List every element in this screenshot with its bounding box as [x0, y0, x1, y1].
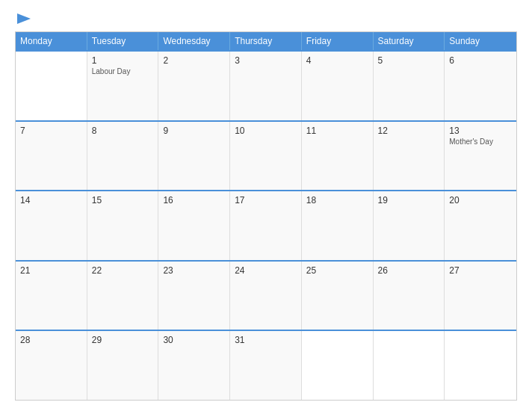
calendar-cell: 1Labour Day [87, 52, 159, 120]
day-number: 29 [92, 335, 154, 345]
day-number: 18 [306, 195, 368, 206]
calendar-cell: 13Mother's Day [445, 122, 516, 191]
day-number: 30 [163, 335, 225, 345]
calendar-week: 21222324252627 [16, 260, 516, 330]
calendar-cell [302, 331, 374, 400]
calendar-cell: 11 [302, 122, 374, 191]
event-label: Mother's Day [449, 137, 512, 146]
calendar-cell [374, 331, 445, 400]
day-number: 26 [378, 265, 440, 276]
calendar-cell: 5 [374, 52, 445, 120]
day-number: 20 [449, 195, 512, 206]
calendar-cell: 19 [374, 191, 445, 260]
calendar-cell: 28 [16, 331, 87, 400]
calendar-cell: 23 [158, 262, 230, 330]
day-number: 22 [92, 265, 154, 276]
calendar-cell: 29 [87, 331, 159, 400]
day-number: 2 [163, 55, 225, 66]
day-number: 7 [20, 126, 82, 136]
calendar-week: 28293031 [16, 330, 516, 400]
day-number: 12 [378, 126, 440, 136]
day-number: 23 [163, 265, 225, 276]
day-number: 6 [449, 55, 512, 66]
calendar-cell: 3 [230, 52, 302, 120]
calendar-cell: 2 [158, 52, 230, 120]
calendar-cell: 9 [158, 122, 230, 191]
calendar-cell: 4 [302, 52, 374, 120]
day-number: 19 [378, 195, 440, 206]
calendar-cell: 20 [445, 191, 516, 260]
logo [15, 13, 31, 24]
calendar-cell: 21 [16, 262, 87, 330]
day-number: 1 [92, 55, 154, 66]
svg-marker-0 [17, 13, 31, 24]
day-number: 17 [235, 195, 297, 206]
calendar-page: MondayTuesdayWednesdayThursdayFridaySatu… [0, 0, 532, 411]
day-number: 3 [235, 55, 297, 66]
calendar-week: 1Labour Day23456 [16, 50, 516, 120]
event-label: Labour Day [92, 67, 154, 75]
calendar-cell: 27 [445, 262, 516, 330]
day-number: 10 [235, 126, 297, 136]
header [15, 13, 517, 24]
day-number: 24 [235, 265, 297, 276]
calendar-cell: 7 [16, 122, 87, 191]
day-number: 13 [449, 126, 512, 136]
calendar-cell: 31 [230, 331, 302, 400]
calendar-week: 78910111213Mother's Day [16, 120, 516, 191]
calendar-header-cell: Sunday [445, 32, 516, 50]
day-number: 15 [92, 195, 154, 206]
calendar-header-cell: Friday [302, 32, 374, 50]
day-number: 16 [163, 195, 225, 206]
calendar-cell: 6 [445, 52, 516, 120]
calendar-cell: 18 [302, 191, 374, 260]
day-number: 14 [20, 195, 82, 206]
calendar-cell: 14 [16, 191, 87, 260]
calendar-cell: 26 [374, 262, 445, 330]
logo-flag-icon [17, 13, 31, 24]
calendar-week: 14151617181920 [16, 190, 516, 260]
day-number: 25 [306, 265, 368, 276]
calendar-header-cell: Saturday [374, 32, 445, 50]
calendar-cell [16, 52, 87, 120]
day-number: 5 [378, 55, 440, 66]
calendar-cell: 30 [158, 331, 230, 400]
calendar-cell: 8 [87, 122, 159, 191]
calendar-cell: 15 [87, 191, 159, 260]
calendar-header-cell: Tuesday [87, 32, 159, 50]
day-number: 28 [20, 335, 82, 345]
calendar-cell: 25 [302, 262, 374, 330]
day-number: 11 [306, 126, 368, 136]
calendar-body: 1Labour Day2345678910111213Mother's Day1… [16, 50, 516, 400]
day-number: 31 [235, 335, 297, 345]
day-number: 8 [92, 126, 154, 136]
calendar-header-cell: Wednesday [158, 32, 230, 50]
day-number: 21 [20, 265, 82, 276]
day-number: 4 [306, 55, 368, 66]
calendar-cell: 16 [158, 191, 230, 260]
calendar-cell: 22 [87, 262, 159, 330]
day-number: 27 [449, 265, 512, 276]
calendar-cell: 17 [230, 191, 302, 260]
calendar-header-row: MondayTuesdayWednesdayThursdayFridaySatu… [16, 32, 516, 50]
calendar-cell: 24 [230, 262, 302, 330]
calendar-cell: 10 [230, 122, 302, 191]
calendar-cell [445, 331, 516, 400]
calendar-cell: 12 [374, 122, 445, 191]
day-number: 9 [163, 126, 225, 136]
calendar-header-cell: Monday [16, 32, 87, 50]
calendar: MondayTuesdayWednesdayThursdayFridaySatu… [15, 31, 517, 401]
calendar-header-cell: Thursday [230, 32, 302, 50]
